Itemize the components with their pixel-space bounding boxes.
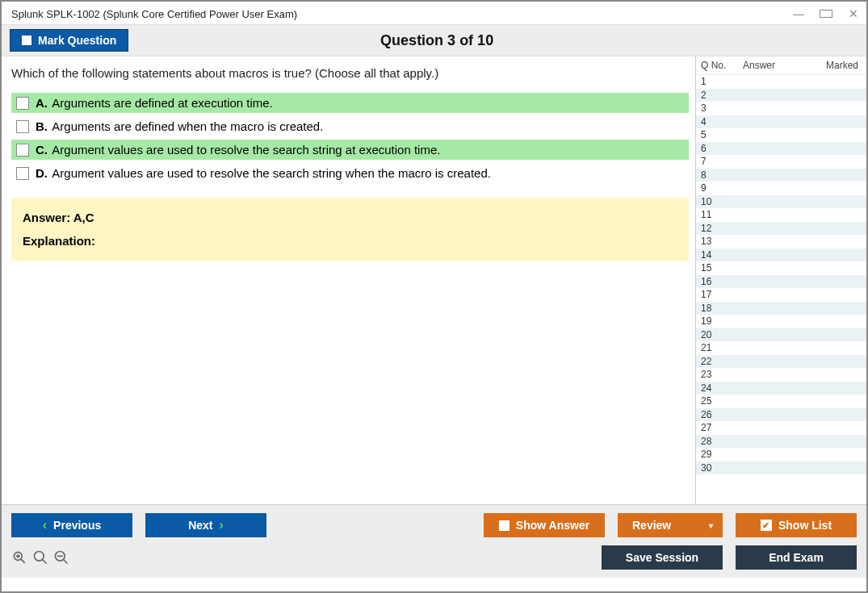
qno-cell: 9 xyxy=(701,182,730,194)
show-answer-label: Show Answer xyxy=(516,519,589,532)
list-item[interactable]: 15 xyxy=(696,261,866,275)
answer-line: Answer: A,C xyxy=(23,211,677,224)
next-button[interactable]: Next › xyxy=(145,513,266,537)
svg-line-6 xyxy=(43,560,47,564)
checkbox-icon[interactable] xyxy=(16,97,29,110)
option-text: B. Arguments are defined when the macro … xyxy=(36,119,323,133)
col-marked: Marked xyxy=(813,60,862,71)
qno-cell: 11 xyxy=(701,209,730,220)
main-content: Which of the following statements about … xyxy=(2,56,866,504)
list-item[interactable]: 20 xyxy=(696,328,866,342)
footer-row-1: ‹ Previous Next › Show Answer Review ▾ ✔… xyxy=(11,513,857,537)
svg-line-1 xyxy=(21,559,25,563)
checkbox-icon[interactable] xyxy=(16,120,29,133)
options-list: A. Arguments are defined at execution ti… xyxy=(11,93,689,183)
list-item[interactable]: 28 xyxy=(696,435,866,449)
list-item[interactable]: 7 xyxy=(696,155,866,169)
zoom-in-icon[interactable] xyxy=(32,549,48,566)
list-item[interactable]: 21 xyxy=(696,341,866,355)
qno-cell: 23 xyxy=(701,369,730,380)
minimize-icon[interactable]: — xyxy=(792,7,805,20)
list-item[interactable]: 25 xyxy=(696,395,866,408)
list-item[interactable]: 9 xyxy=(696,182,866,195)
list-item[interactable]: 18 xyxy=(696,302,866,315)
list-item[interactable]: 11 xyxy=(696,208,866,222)
list-item[interactable]: 17 xyxy=(696,288,866,302)
chevron-down-icon: ▾ xyxy=(709,521,713,530)
option-row[interactable]: C. Argument values are used to resolve t… xyxy=(11,140,689,160)
zoom-out-icon[interactable] xyxy=(53,549,69,566)
list-item[interactable]: 24 xyxy=(696,382,866,395)
list-item[interactable]: 1 xyxy=(696,75,866,89)
list-item[interactable]: 19 xyxy=(696,315,866,328)
list-item[interactable]: 14 xyxy=(696,248,866,262)
list-item[interactable]: 3 xyxy=(696,102,866,115)
header-bar: Mark Question Question 3 of 10 xyxy=(2,24,866,56)
list-rows[interactable]: 1234567891011121314151617181920212223242… xyxy=(696,75,866,504)
list-item[interactable]: 4 xyxy=(696,115,866,129)
window-title: Splunk SPLK-1002 (Splunk Core Certified … xyxy=(11,8,297,20)
list-item[interactable]: 12 xyxy=(696,222,866,236)
show-list-label: Show List xyxy=(778,519,832,532)
previous-label: Previous xyxy=(53,519,101,532)
col-qno: Q No. xyxy=(701,60,730,71)
titlebar: Splunk SPLK-1002 (Splunk Core Certified … xyxy=(2,2,866,24)
qno-cell: 7 xyxy=(701,156,730,167)
list-item[interactable]: 8 xyxy=(696,169,866,182)
window-controls: — ✕ xyxy=(792,7,860,20)
qno-cell: 25 xyxy=(701,395,730,407)
review-button[interactable]: Review ▾ xyxy=(618,513,723,537)
save-session-button[interactable]: Save Session xyxy=(602,545,723,570)
option-text: D. Argument values are used to resolve t… xyxy=(36,166,491,180)
qno-cell: 24 xyxy=(701,382,730,394)
list-item[interactable]: 2 xyxy=(696,89,866,102)
list-item[interactable]: 6 xyxy=(696,142,866,156)
qno-cell: 16 xyxy=(701,276,730,287)
list-item[interactable]: 29 xyxy=(696,448,866,461)
qno-cell: 30 xyxy=(701,462,730,474)
checkbox-icon xyxy=(22,35,31,45)
previous-button[interactable]: ‹ Previous xyxy=(11,513,132,537)
checkbox-icon[interactable] xyxy=(16,167,29,180)
col-answer: Answer xyxy=(730,60,813,71)
end-exam-button[interactable]: End Exam xyxy=(736,545,857,570)
qno-cell: 18 xyxy=(701,303,730,314)
list-item[interactable]: 5 xyxy=(696,128,866,142)
option-row[interactable]: A. Arguments are defined at execution ti… xyxy=(11,93,689,113)
list-item[interactable]: 27 xyxy=(696,421,866,435)
close-icon[interactable]: ✕ xyxy=(847,7,860,20)
chevron-left-icon: ‹ xyxy=(43,518,47,532)
zoom-reset-icon[interactable] xyxy=(11,549,27,566)
qno-cell: 5 xyxy=(701,129,730,140)
qno-cell: 26 xyxy=(701,409,730,420)
checkbox-icon[interactable] xyxy=(16,144,29,157)
show-answer-button[interactable]: Show Answer xyxy=(484,513,605,537)
qno-cell: 20 xyxy=(701,329,730,340)
question-pane: Which of the following statements about … xyxy=(2,56,695,504)
qno-cell: 8 xyxy=(701,169,730,181)
list-item[interactable]: 26 xyxy=(696,408,866,422)
list-item[interactable]: 10 xyxy=(696,195,866,209)
list-item[interactable]: 16 xyxy=(696,275,866,289)
footer: ‹ Previous Next › Show Answer Review ▾ ✔… xyxy=(2,504,866,578)
checkbox-icon xyxy=(499,520,509,531)
mark-question-button[interactable]: Mark Question xyxy=(10,29,128,52)
option-text: A. Arguments are defined at execution ti… xyxy=(36,96,273,110)
qno-cell: 21 xyxy=(701,342,730,353)
show-list-button[interactable]: ✔ Show List xyxy=(736,513,857,537)
maximize-icon[interactable] xyxy=(820,7,832,20)
list-item[interactable]: 23 xyxy=(696,368,866,382)
list-item[interactable]: 22 xyxy=(696,355,866,369)
option-row[interactable]: D. Argument values are used to resolve t… xyxy=(11,163,689,183)
qno-cell: 4 xyxy=(701,116,730,127)
qno-cell: 27 xyxy=(701,422,730,433)
qno-cell: 12 xyxy=(701,223,730,234)
qno-cell: 13 xyxy=(701,236,730,247)
qno-cell: 3 xyxy=(701,102,730,114)
option-row[interactable]: B. Arguments are defined when the macro … xyxy=(11,116,689,136)
list-item[interactable]: 13 xyxy=(696,235,866,248)
mark-question-label: Mark Question xyxy=(38,34,116,47)
list-item[interactable]: 30 xyxy=(696,461,866,475)
explanation-label: Explanation: xyxy=(23,234,677,248)
svg-point-4 xyxy=(17,555,19,558)
